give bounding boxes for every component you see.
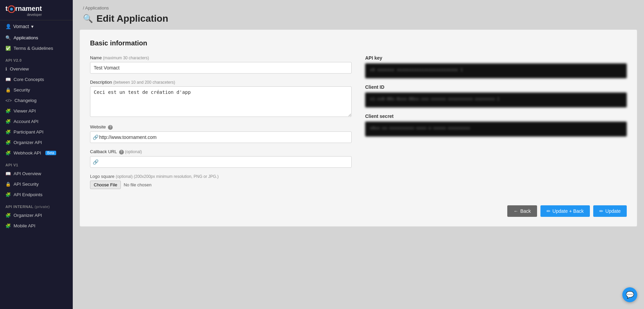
website-field-group: Website ? 🔗 xyxy=(90,124,352,143)
sidebar: trnament developer 👤 Vomact ▾ 🔍 Applicat… xyxy=(0,0,73,309)
sidebar-item-label: Applications xyxy=(14,35,38,40)
sidebar-item-label: Security xyxy=(14,87,30,92)
sidebar-item-organizer-api[interactable]: 🧩 Organizer API xyxy=(0,137,73,148)
callback-help-icon[interactable]: ? xyxy=(119,150,124,154)
sidebar-item-label: API Endpoints xyxy=(14,192,43,197)
puzzle-icon: 🧩 xyxy=(5,129,11,135)
sidebar-item-label: Mobile API xyxy=(14,223,36,228)
chevron-down-icon: ▾ xyxy=(31,24,34,29)
back-button[interactable]: ← Back xyxy=(507,205,537,217)
callback-field-group: Callback URL ? (optional) 🔗 xyxy=(90,149,352,168)
puzzle-icon: 🧩 xyxy=(5,150,11,156)
search-icon: 🔍 xyxy=(5,35,11,40)
person-icon: 👤 xyxy=(5,24,11,29)
puzzle-icon: 🧩 xyxy=(5,213,11,218)
lock-icon: 🔒 xyxy=(5,182,11,187)
client-id-value: x1-xx0-00x-0xxx-00xx-xxx-xxxxxx-xxxxxxxx… xyxy=(365,92,627,107)
beta-badge: Beta xyxy=(45,151,57,155)
info-icon: ℹ xyxy=(5,66,7,71)
section-label-v1: API v1 xyxy=(0,158,73,168)
sidebar-item-label: Account API xyxy=(14,119,39,124)
form-right: API key x9 xxxxxxx xxxxxxxxxxxxxxxxxxxxx… xyxy=(365,55,627,195)
chat-bubble-button[interactable]: 💬 xyxy=(622,287,637,302)
puzzle-icon: 🧩 xyxy=(5,223,11,228)
sidebar-item-api-security[interactable]: 🔒 API Security xyxy=(0,179,73,189)
sidebar-item-label: API Security xyxy=(14,182,39,187)
sidebar-item-applications[interactable]: 🔍 Applications xyxy=(0,33,73,43)
link-icon: 🔗 xyxy=(93,135,98,140)
sidebar-item-participant-api[interactable]: 🧩 Participant API xyxy=(0,127,73,137)
section-label-internal: API Internal (private) xyxy=(0,200,73,210)
no-file-text: No file chosen xyxy=(124,182,151,187)
sidebar-logo: trnament developer xyxy=(0,0,73,20)
website-label: Website ? xyxy=(90,124,352,130)
sidebar-item-mobile-api[interactable]: 🧩 Mobile API xyxy=(0,221,73,231)
sidebar-section-apps: 🔍 Applications ✅ Terms & Guidelines xyxy=(0,33,73,54)
sidebar-item-webhook-api[interactable]: 🧩 Webhook API Beta xyxy=(0,148,73,158)
update-back-button[interactable]: ✏ Update + Back xyxy=(540,205,590,217)
sidebar-item-label: Overview xyxy=(10,66,29,71)
update-button[interactable]: ✏ Update xyxy=(593,205,627,217)
client-id-group: Client ID x1-xx0-00x-0xxx-00xx-xxx-xxxxx… xyxy=(365,84,627,107)
sidebar-item-organizer-api-int[interactable]: 🧩 Organizer API xyxy=(0,210,73,221)
page-title: Edit Application xyxy=(96,13,168,24)
check-icon: ✅ xyxy=(5,46,11,51)
client-id-label: Client ID xyxy=(365,84,627,90)
sidebar-item-api-overview[interactable]: 📖 API Overview xyxy=(0,168,73,179)
sidebar-item-account-api[interactable]: 🧩 Account API xyxy=(0,116,73,127)
logo-text: trnament xyxy=(5,5,42,13)
book-icon: 📖 xyxy=(5,77,11,82)
section-label-v2: API v2.0 xyxy=(0,54,73,64)
sidebar-item-security[interactable]: 🔒 Security xyxy=(0,85,73,95)
user-menu[interactable]: 👤 Vomact ▾ xyxy=(0,20,73,33)
sidebar-item-api-endpoints[interactable]: 🧩 API Endpoints xyxy=(0,189,73,200)
puzzle-icon: 🧩 xyxy=(5,140,11,145)
puzzle-icon: 🧩 xyxy=(5,108,11,114)
book-icon: 📖 xyxy=(5,171,11,176)
callback-input[interactable] xyxy=(90,156,352,168)
sidebar-item-label: Changelog xyxy=(15,98,37,103)
name-input[interactable] xyxy=(90,62,352,74)
client-secret-label: Client secret xyxy=(365,114,627,119)
logo-sub: developer xyxy=(5,13,42,17)
lock-icon: 🔒 xyxy=(5,87,11,92)
name-label: Name (maximum 30 characters) xyxy=(90,55,352,60)
sidebar-item-viewer-api[interactable]: 🧩 Viewer API xyxy=(0,106,73,116)
pencil-icon: ✏ xyxy=(547,208,551,214)
sidebar-item-changelog[interactable]: </> Changelog xyxy=(0,95,73,106)
svg-point-1 xyxy=(10,8,13,11)
sidebar-item-label: Viewer API xyxy=(14,108,36,114)
link-icon-callback: 🔗 xyxy=(93,159,98,165)
sidebar-item-overview[interactable]: ℹ Overview xyxy=(0,64,73,74)
api-key-value: x9 xxxxxxx xxxxxxxxxxxxxxxxxxxxxxxxx 1 xyxy=(365,63,627,78)
callback-label: Callback URL ? (optional) xyxy=(90,149,352,154)
form-card: Basic information Name (maximum 30 chara… xyxy=(80,29,637,227)
website-input[interactable] xyxy=(90,131,352,143)
page-header: 🔍 Edit Application xyxy=(73,12,644,29)
website-help-icon[interactable]: ? xyxy=(108,125,113,130)
client-secret-group: Client secret x0xx-xx-xxxxxxxxxx-xxxx-x-… xyxy=(365,114,627,137)
form-section-title: Basic information xyxy=(90,39,627,47)
api-key-label: API key xyxy=(365,55,627,61)
sidebar-item-label: Webhook API xyxy=(14,150,41,156)
chat-icon: 💬 xyxy=(626,291,634,299)
sidebar-item-core-concepts[interactable]: 📖 Core Concepts xyxy=(0,74,73,85)
code-icon: </> xyxy=(5,98,12,103)
form-left: Name (maximum 30 characters) Description… xyxy=(90,55,352,195)
description-field-group: Description (between 10 and 200 characet… xyxy=(90,80,352,118)
pencil-icon-2: ✏ xyxy=(599,208,603,214)
puzzle-icon: 🧩 xyxy=(5,119,11,124)
breadcrumb: / Applications xyxy=(73,0,644,12)
breadcrumb-parent[interactable]: Applications xyxy=(85,5,109,11)
choose-file-button[interactable]: Choose File xyxy=(90,181,121,189)
website-input-wrapper: 🔗 xyxy=(90,131,352,143)
sidebar-item-terms[interactable]: ✅ Terms & Guidelines xyxy=(0,43,73,54)
callback-input-wrapper: 🔗 xyxy=(90,156,352,168)
edit-icon: 🔍 xyxy=(83,14,93,23)
sidebar-item-label: Organizer API xyxy=(14,213,42,218)
description-textarea[interactable] xyxy=(90,86,352,117)
api-key-group: API key x9 xxxxxxx xxxxxxxxxxxxxxxxxxxxx… xyxy=(365,55,627,78)
client-secret-value: x0xx-xx-xxxxxxxxxx-xxxx-x-xxxxx-xxxxxxxx… xyxy=(365,122,627,137)
logo-label: Logo square (optional) (200x200px minimu… xyxy=(90,174,352,179)
puzzle-icon: 🧩 xyxy=(5,192,11,197)
